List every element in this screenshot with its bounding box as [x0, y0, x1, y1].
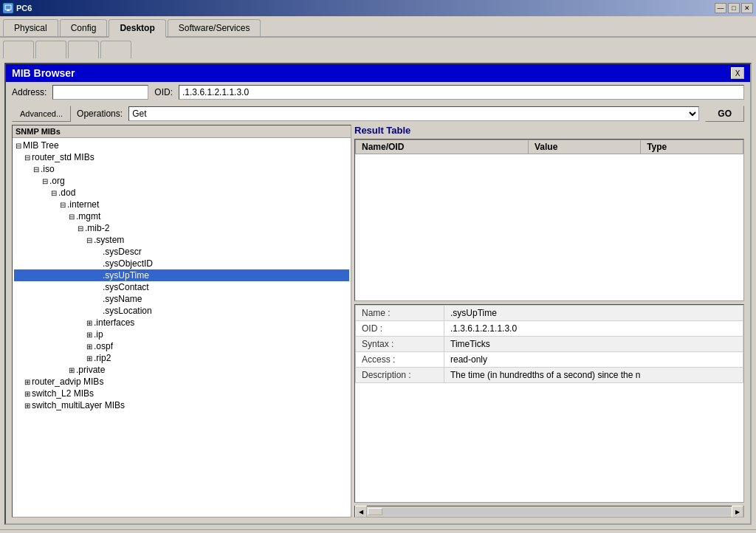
- go-button[interactable]: GO: [705, 106, 744, 122]
- info-table: Name :.sysUpTimeOID :.1.3.6.1.2.1.1.3.0S…: [355, 305, 743, 383]
- scroll-right-button[interactable]: ▶: [732, 506, 743, 517]
- info-label-3: Access :: [356, 352, 444, 368]
- info-label-2: Syntax :: [356, 337, 444, 352]
- subtab-2[interactable]: [35, 41, 66, 58]
- tab-config[interactable]: Config: [60, 19, 108, 36]
- tree-toggle-org[interactable]: ⊟: [42, 177, 49, 185]
- info-table-container: Name :.sysUpTimeOID :.1.3.6.1.2.1.1.3.0S…: [354, 304, 744, 503]
- close-window-button[interactable]: ✕: [741, 3, 753, 13]
- tree-toggle-system[interactable]: ⊟: [86, 236, 94, 244]
- col-value: Value: [528, 140, 640, 154]
- tree-label-system: .system: [94, 235, 124, 245]
- tree-label-sysName: .sysName: [103, 294, 142, 304]
- subtab-1[interactable]: [3, 41, 34, 58]
- result-table-container[interactable]: Name/OID Value Type: [354, 139, 744, 301]
- tree-node-org[interactable]: ⊟.org: [14, 175, 349, 187]
- tree-toggle-internet[interactable]: ⊟: [60, 201, 67, 209]
- tree-toggle-switch-l2[interactable]: ⊞: [24, 390, 32, 398]
- tab-software-services[interactable]: Software/Services: [168, 19, 261, 36]
- tree-node-switch-l2[interactable]: ⊞switch_L2 MIBs: [14, 388, 349, 399]
- tree-toggle-ip[interactable]: ⊞: [86, 331, 94, 339]
- tree-node-iso[interactable]: ⊟.iso: [14, 163, 349, 175]
- tree-node-sysDescr[interactable]: .sysDescr: [14, 246, 349, 258]
- result-scrollbar[interactable]: ◀ ▶: [354, 506, 744, 517]
- oid-input[interactable]: [179, 85, 744, 100]
- tree-toggle-interfaces[interactable]: ⊞: [86, 319, 94, 327]
- operations-select[interactable]: Get GetNext GetBulk Set Walk: [128, 106, 699, 121]
- minimize-button[interactable]: —: [715, 3, 726, 13]
- scroll-track: [368, 508, 731, 515]
- subtab-4[interactable]: [100, 41, 131, 58]
- tree-node-system[interactable]: ⊟.system: [14, 234, 349, 246]
- svg-rect-0: [5, 5, 11, 10]
- tree-node-sysUpTime[interactable]: .sysUpTime: [14, 269, 349, 281]
- tree-label-sysContact: .sysContact: [103, 282, 149, 292]
- title-bar: PC6 — □ ✕: [0, 0, 756, 16]
- tree-node-mib-tree[interactable]: ⊟MIB Tree: [14, 140, 349, 151]
- tree-node-rip2[interactable]: ⊞.rip2: [14, 352, 349, 364]
- tree-toggle-ospf[interactable]: ⊞: [86, 343, 94, 351]
- result-table: Name/OID Value Type: [355, 140, 743, 154]
- tree-label-private: .private: [76, 365, 105, 375]
- tree-toggle-router-advip[interactable]: ⊞: [24, 378, 32, 386]
- tree-label-router-std: router_std MIBs: [32, 152, 94, 162]
- tree-node-sysObjectID[interactable]: .sysObjectID: [14, 258, 349, 269]
- lower-area: SNMP MIBs ⊟MIB Tree⊟router_std MIBs⊟.iso…: [6, 125, 750, 523]
- tree-label-router-advip: router_advip MIBs: [32, 376, 103, 387]
- tree-node-sysContact[interactable]: .sysContact: [14, 281, 349, 293]
- tab-bar: Physical Config Desktop Software/Service…: [0, 16, 756, 38]
- tree-node-mib2[interactable]: ⊟.mib-2: [14, 222, 349, 234]
- tree-label-org: .org: [49, 176, 65, 186]
- title-bar-left: PC6: [3, 3, 32, 13]
- tree-node-router-advip[interactable]: ⊞router_advip MIBs: [14, 376, 349, 388]
- app-icon: [3, 3, 13, 13]
- tree-node-interfaces[interactable]: ⊞.interfaces: [14, 317, 349, 329]
- maximize-button[interactable]: □: [728, 3, 740, 13]
- scroll-thumb[interactable]: [368, 508, 382, 515]
- tree-toggle-iso[interactable]: ⊟: [33, 165, 41, 173]
- title-bar-controls: — □ ✕: [715, 3, 753, 13]
- status-bar: .iso.org.dod.internet.mgmt.mib-2.system.…: [0, 529, 756, 533]
- tree-toggle-private[interactable]: ⊞: [69, 366, 76, 374]
- tree-label-internet: .internet: [67, 199, 99, 210]
- tree-toggle-mgmt[interactable]: ⊟: [69, 213, 76, 221]
- tree-node-router-std[interactable]: ⊟router_std MIBs: [14, 151, 349, 163]
- tree-label-interfaces: .interfaces: [94, 317, 134, 328]
- tab-physical[interactable]: Physical: [3, 19, 58, 36]
- tree-label-switch-l2: switch_L2 MIBs: [32, 388, 94, 399]
- subtab-3[interactable]: [68, 41, 99, 58]
- tree-node-ospf[interactable]: ⊞.ospf: [14, 340, 349, 352]
- address-input[interactable]: [52, 85, 148, 100]
- tree-toggle-mib2[interactable]: ⊟: [78, 224, 85, 233]
- advanced-button[interactable]: Advanced...: [12, 106, 71, 122]
- info-value-1: .1.3.6.1.2.1.1.3.0: [444, 321, 743, 337]
- tree-header: SNMP MIBs: [13, 125, 351, 138]
- tree-toggle-rip2[interactable]: ⊞: [86, 354, 94, 362]
- tree-node-private[interactable]: ⊞.private: [14, 364, 349, 376]
- info-label-0: Name :: [356, 306, 444, 321]
- info-value-3: read-only: [444, 352, 743, 368]
- tree-toggle-mib-tree[interactable]: ⊟: [16, 142, 23, 150]
- scroll-left-button[interactable]: ◀: [355, 506, 367, 517]
- tree-toggle-switch-multi[interactable]: ⊞: [24, 402, 32, 410]
- mib-browser-close-button[interactable]: X: [731, 67, 744, 79]
- tree-node-dod[interactable]: ⊟.dod: [14, 187, 349, 199]
- tree-label-ip: .ip: [94, 329, 103, 340]
- tree-node-ip[interactable]: ⊞.ip: [14, 329, 349, 340]
- info-value-4: The time (in hundredths of a second) sin…: [444, 368, 743, 383]
- tree-node-switch-multi[interactable]: ⊞switch_multiLayer MIBs: [14, 399, 349, 411]
- tree-label-rip2: .rip2: [94, 353, 111, 363]
- tree-label-ospf: .ospf: [94, 341, 113, 351]
- tree-toggle-router-std[interactable]: ⊟: [24, 154, 32, 162]
- tree-node-sysLocation[interactable]: .sysLocation: [14, 305, 349, 317]
- tree-node-mgmt[interactable]: ⊟.mgmt: [14, 210, 349, 222]
- tree-toggle-dod[interactable]: ⊟: [51, 189, 58, 197]
- tree-node-internet[interactable]: ⊟.internet: [14, 199, 349, 210]
- tree-body[interactable]: ⊟MIB Tree⊟router_std MIBs⊟.iso⊟.org⊟.dod…: [13, 138, 351, 517]
- tree-node-sysName[interactable]: .sysName: [14, 293, 349, 305]
- mib-browser: MIB Browser X Address: OID: Advanced... …: [4, 63, 752, 525]
- tab-desktop[interactable]: Desktop: [109, 19, 165, 38]
- tree-label-dod: .dod: [58, 188, 75, 198]
- mib-browser-title: MIB Browser: [12, 67, 75, 79]
- address-label: Address:: [12, 87, 47, 97]
